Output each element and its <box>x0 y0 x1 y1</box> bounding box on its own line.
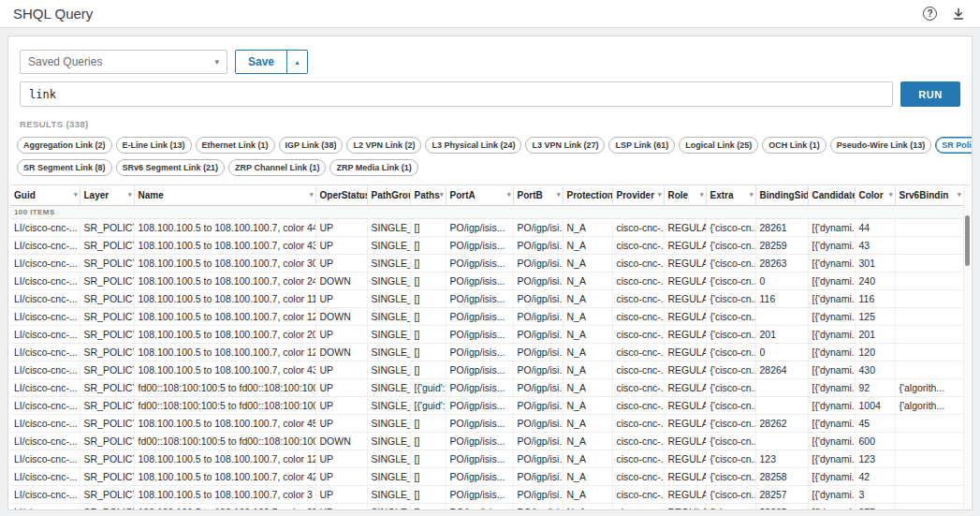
column-label: Provider <box>617 190 655 200</box>
column-header-name[interactable]: Name▾ <box>134 185 315 205</box>
cell-layer: SR_POLICY <box>80 325 134 343</box>
column-header-provider[interactable]: Provider▾ <box>612 185 664 205</box>
cell-role: REGULAR <box>664 432 706 450</box>
table-row[interactable]: LI/cisco-cnc-...SR_POLICY108.100.100.5 t… <box>10 325 963 343</box>
table-row[interactable]: LI/cisco-cnc-...SR_POLICYfd00::108:100:1… <box>10 378 963 396</box>
tab-l3-physical-link-24[interactable]: L3 Physical Link (24) <box>425 137 521 154</box>
column-label: PortB <box>518 190 543 200</box>
cell-bindingsid: 28264 <box>755 361 808 378</box>
cell-candidatep: [{'dynami... <box>808 432 855 450</box>
tab-sr-policy-link-100[interactable]: SR Policy Link (100) <box>935 137 973 154</box>
table-row[interactable]: LI/cisco-cnc-...SR_POLICY108.100.100.5 t… <box>10 236 963 254</box>
table-row[interactable]: LI/cisco-cnc-...SR_POLICY108.100.100.5 t… <box>10 361 963 378</box>
table-row[interactable]: LI/cisco-cnc-...SR_POLICY108.100.100.5 t… <box>10 254 963 272</box>
column-filter-caret-icon[interactable]: ▾ <box>557 191 561 199</box>
tab-e-line-link-13[interactable]: E-Line Link (13) <box>116 137 192 154</box>
tab-l2-vpn-link-2[interactable]: L2 VPN Link (2) <box>346 137 421 154</box>
column-filter-caret-icon[interactable]: ▾ <box>404 191 408 199</box>
column-header-protections[interactable]: ProtectionS▾ <box>563 185 612 205</box>
query-input[interactable] <box>20 81 893 107</box>
tab-l3-vpn-link-27[interactable]: L3 VPN Link (27) <box>525 137 605 154</box>
cell-extra: {'cisco-cn... <box>706 307 755 325</box>
column-filter-caret-icon[interactable]: ▾ <box>889 191 893 199</box>
column-header-color[interactable]: Color▾ <box>855 185 895 205</box>
column-header-guid[interactable]: Guid▾ <box>10 185 80 205</box>
download-icon[interactable] <box>952 7 965 21</box>
column-header-candidatep[interactable]: CandidateP▾ <box>808 185 855 205</box>
cell-operstatus: UP <box>315 503 367 510</box>
column-filter-caret-icon[interactable]: ▾ <box>802 191 806 199</box>
column-filter-caret-icon[interactable]: ▾ <box>507 191 511 199</box>
cell-name: 108.100.100.5 to 108.100.100.7, color 3 <box>134 485 315 503</box>
column-filter-caret-icon[interactable]: ▾ <box>607 191 610 199</box>
table-row[interactable]: LI/cisco-cnc-...SR_POLICY108.100.100.5 t… <box>10 467 963 485</box>
table-row[interactable]: LI/cisco-cnc-...SR_POLICY108.100.100.5 t… <box>10 289 963 307</box>
tab-igp-link-38[interactable]: IGP Link (38) <box>279 137 344 154</box>
tab-ethernet-link-1[interactable]: Ethernet Link (1) <box>196 137 275 154</box>
cell-paths: [] <box>410 343 446 361</box>
save-menu-caret-icon[interactable]: ▴ <box>287 50 308 74</box>
help-icon[interactable]: ? <box>923 7 937 21</box>
column-filter-caret-icon[interactable]: ▾ <box>750 191 753 199</box>
column-header-extra[interactable]: Extra▾ <box>706 185 755 205</box>
table-row[interactable]: LI/cisco-cnc-...SR_POLICY108.100.100.5 t… <box>10 272 963 289</box>
column-filter-caret-icon[interactable]: ▾ <box>310 191 314 199</box>
column-label: Name <box>139 190 164 200</box>
table-row[interactable]: LI/cisco-cnc-...SR_POLICY108.100.100.5 t… <box>10 343 963 361</box>
tab-logical-link-25[interactable]: Logical Link (25) <box>679 137 758 154</box>
column-filter-caret-icon[interactable]: ▾ <box>440 191 444 199</box>
cell-portb: PO/igp/isi... <box>513 432 563 450</box>
column-header-srv6bindin[interactable]: Srv6Bindin▾ <box>895 185 963 205</box>
cell-layer: SR_POLICY <box>80 218 134 236</box>
tab-pseudo-wire-link-13[interactable]: Pseudo-Wire Link (13) <box>830 137 931 154</box>
column-header-operstatus[interactable]: OperStatus▾ <box>315 185 367 205</box>
table-row[interactable]: LI/cisco-cnc-...SR_POLICY108.100.100.5 t… <box>10 503 963 510</box>
cell-extra: {'cisco-cn... <box>706 343 755 361</box>
cell-name: 108.100.100.5 to 108.100.100.7, color 43 <box>134 236 315 254</box>
saved-queries-select[interactable]: Saved Queries ▾ <box>20 50 227 74</box>
column-header-pathgroup1[interactable]: PathGroup1▾ <box>367 185 410 205</box>
column-filter-caret-icon[interactable]: ▾ <box>361 191 365 199</box>
column-filter-caret-icon[interactable]: ▾ <box>658 191 662 199</box>
tab-och-link-1[interactable]: OCH Link (1) <box>762 137 826 154</box>
column-header-paths[interactable]: Paths▾ <box>410 185 446 205</box>
table-row[interactable]: LI/cisco-cnc-...SR_POLICY108.100.100.5 t… <box>10 218 963 236</box>
cell-porta: PO/igp/isis... <box>446 325 513 343</box>
tab-aggregation-link-2[interactable]: Aggregation Link (2) <box>17 137 112 154</box>
column-filter-caret-icon[interactable]: ▾ <box>849 191 853 199</box>
column-filter-caret-icon[interactable]: ▾ <box>74 191 78 199</box>
column-filter-caret-icon[interactable]: ▾ <box>128 191 132 199</box>
cell-portb: PO/igp/isi... <box>513 361 563 378</box>
table-row[interactable]: LI/cisco-cnc-...SR_POLICYfd00::108:100:1… <box>10 396 963 414</box>
tab-lsp-link-61[interactable]: LSP Link (61) <box>608 137 675 154</box>
cell-guid: LI/cisco-cnc-... <box>10 218 80 236</box>
cell-bindingsid: 28261 <box>755 218 808 236</box>
tabs-row-1: Aggregation Link (2)E-Line Link (13)Ethe… <box>17 137 963 154</box>
scrollbar-thumb[interactable] <box>965 215 970 266</box>
tabs-row-2: SR Segment Link (8)SRv6 Segment Link (21… <box>17 159 963 176</box>
column-filter-caret-icon[interactable]: ▾ <box>958 191 961 199</box>
vertical-scrollbar[interactable] <box>963 185 970 510</box>
save-button[interactable]: Save <box>235 50 287 74</box>
column-header-role[interactable]: Role▾ <box>664 185 706 205</box>
cell-candidatep: [{'dynami... <box>808 396 855 414</box>
cell-guid: LI/cisco-cnc-... <box>10 503 80 510</box>
table-row[interactable]: LI/cisco-cnc-...SR_POLICY108.100.100.5 t… <box>10 450 963 467</box>
tab-sr-segment-link-8[interactable]: SR Segment Link (8) <box>17 159 112 176</box>
table-row[interactable]: LI/cisco-cnc-...SR_POLICYfd00::108:100:1… <box>10 432 963 450</box>
column-header-porta[interactable]: PortA▾ <box>446 185 513 205</box>
tab-zrp-media-link-1[interactable]: ZRP Media Link (1) <box>329 159 417 176</box>
tab-srv6-segment-link-21[interactable]: SRv6 Segment Link (21) <box>116 159 226 176</box>
cell-operstatus: DOWN <box>315 307 367 325</box>
cell-paths: [] <box>410 272 446 289</box>
cell-role: REGULAR <box>664 450 706 467</box>
tab-zrp-channel-link-1[interactable]: ZRP Channel Link (1) <box>228 159 326 176</box>
table-row[interactable]: LI/cisco-cnc-...SR_POLICY108.100.100.5 t… <box>10 485 963 503</box>
table-row[interactable]: LI/cisco-cnc-...SR_POLICY108.100.100.5 t… <box>10 414 963 432</box>
column-filter-caret-icon[interactable]: ▾ <box>700 191 704 199</box>
run-button[interactable]: RUN <box>900 81 960 107</box>
column-header-layer[interactable]: Layer▾ <box>80 185 134 205</box>
column-header-portb[interactable]: PortB▾ <box>513 185 563 205</box>
column-header-bindingsid[interactable]: BindingSid▾ <box>755 185 808 205</box>
table-row[interactable]: LI/cisco-cnc-...SR_POLICY108.100.100.5 t… <box>10 307 963 325</box>
